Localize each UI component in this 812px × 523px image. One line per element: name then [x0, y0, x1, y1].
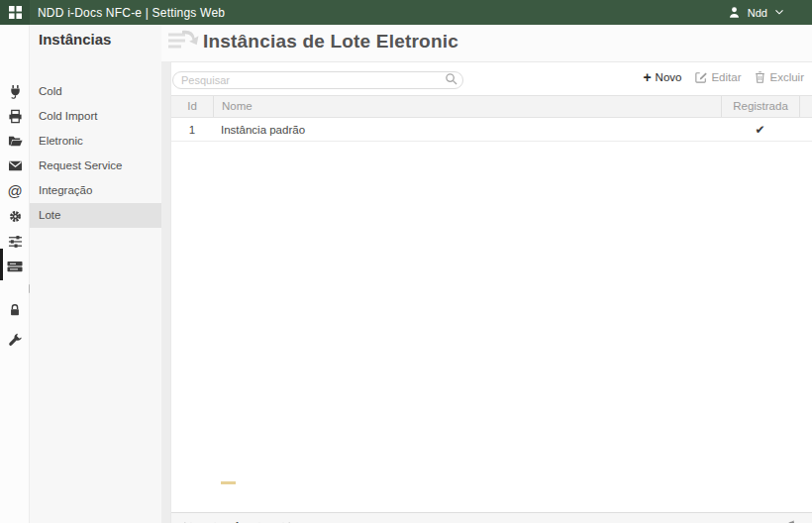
trash-icon — [755, 71, 765, 83]
content-panel: + Novo Editar Excluir — [170, 61, 812, 523]
search-icon — [445, 72, 457, 85]
rail-item-gear[interactable] — [0, 204, 30, 228]
prev-page-button[interactable] — [200, 513, 225, 523]
rail-item-mail[interactable] — [0, 154, 30, 177]
plus-icon: + — [643, 72, 651, 82]
table-header: Id Nome Registrada — [171, 95, 812, 118]
cell-nome: Instância padrão — [213, 119, 721, 141]
pager-accent-tab — [221, 481, 236, 484]
editar-button[interactable]: Editar — [695, 71, 741, 83]
sidebar-title: Instâncias — [39, 31, 111, 48]
novo-label: Novo — [656, 71, 682, 83]
main-area: Instâncias de Lote Eletronic + Novo — [161, 25, 812, 523]
page-header: Instâncias de Lote Eletronic — [161, 25, 812, 61]
lock-icon — [8, 303, 22, 317]
grid-toolbar: + Novo Editar Excluir — [643, 71, 804, 83]
first-page-button[interactable] — [175, 513, 200, 523]
current-page[interactable]: 1 — [225, 520, 250, 523]
rail-item-folder[interactable] — [0, 129, 30, 153]
mail-icon — [8, 159, 23, 172]
sidebar-item-eletronic[interactable]: Eletronic — [30, 129, 161, 154]
excluir-label: Excluir — [769, 71, 804, 83]
pager-status: 1 - 1 de 1 itens — [686, 520, 799, 523]
column-header-nome[interactable]: Nome — [213, 96, 721, 117]
cell-id: 1 — [171, 119, 213, 141]
page-title: Instâncias de Lote Eletronic — [203, 31, 458, 52]
refresh-button[interactable] — [785, 520, 799, 523]
sliders-icon — [8, 234, 23, 249]
check-icon: ✔ — [755, 123, 764, 137]
next-page-button[interactable] — [250, 513, 274, 523]
editar-label: Editar — [711, 71, 741, 83]
last-page-button[interactable] — [274, 513, 299, 523]
column-header-spacer — [799, 96, 812, 117]
wrench-icon — [8, 333, 23, 348]
column-header-id[interactable]: Id — [171, 96, 213, 117]
sidebar-item-request-service[interactable]: Request Service — [30, 154, 161, 178]
rail-item-printer[interactable] — [0, 104, 30, 128]
chevron-down-icon — [774, 9, 784, 16]
waffle-icon — [9, 6, 22, 19]
topbar: NDD i-Docs NFC-e | Settings Web Ndd — [0, 0, 812, 25]
sidebar: Instâncias Cold Cold Import Eletronic Re… — [30, 25, 161, 523]
excluir-button[interactable]: Excluir — [755, 71, 804, 83]
folder-icon — [8, 134, 23, 149]
rail-item-sliders[interactable] — [0, 229, 30, 253]
gear-icon — [8, 209, 23, 224]
user-icon — [728, 6, 741, 19]
pager: 1 1 - 1 de 1 itens — [171, 512, 812, 523]
printer-icon — [8, 109, 23, 124]
document-arrow-icon — [166, 25, 200, 58]
sidebar-item-cold-import[interactable]: Cold Import — [30, 104, 161, 129]
table-row[interactable]: 1 Instância padrão ✔ — [171, 119, 812, 142]
pager-controls: 1 — [175, 513, 299, 523]
app-launcher-button[interactable] — [0, 0, 30, 25]
app-window: NDD i-Docs NFC-e | Settings Web Ndd — [0, 0, 812, 523]
rail-item-instances[interactable] — [0, 255, 30, 278]
plug-icon — [8, 84, 23, 99]
refresh-icon — [785, 520, 799, 523]
sidebar-item-integracao[interactable]: Integração — [30, 178, 161, 203]
sidebar-items: Cold Cold Import Eletronic Request Servi… — [30, 79, 161, 228]
cell-registrada: ✔ — [721, 119, 799, 141]
user-menu[interactable]: Ndd — [728, 0, 784, 25]
rail-item-at[interactable]: @ — [0, 178, 30, 202]
search-input[interactable] — [172, 71, 463, 89]
sidebar-item-lote[interactable]: Lote — [30, 203, 161, 228]
at-icon: @ — [7, 182, 22, 199]
search-wrap — [172, 70, 463, 88]
sidebar-item-cold[interactable]: Cold — [30, 79, 161, 104]
rail-item-lock[interactable] — [0, 298, 30, 322]
app-title: NDD i-Docs NFC-e | Settings Web — [38, 6, 225, 20]
rail-item-wrench[interactable] — [0, 328, 30, 352]
rail-item-plug[interactable] — [0, 79, 30, 103]
edit-icon — [695, 71, 707, 83]
user-name: Ndd — [748, 7, 767, 19]
novo-button[interactable]: + Novo — [643, 71, 681, 83]
list-icon — [7, 259, 23, 274]
icon-rail: @ — [0, 25, 30, 523]
column-header-registrada[interactable]: Registrada — [721, 96, 799, 117]
gutter — [161, 61, 170, 523]
